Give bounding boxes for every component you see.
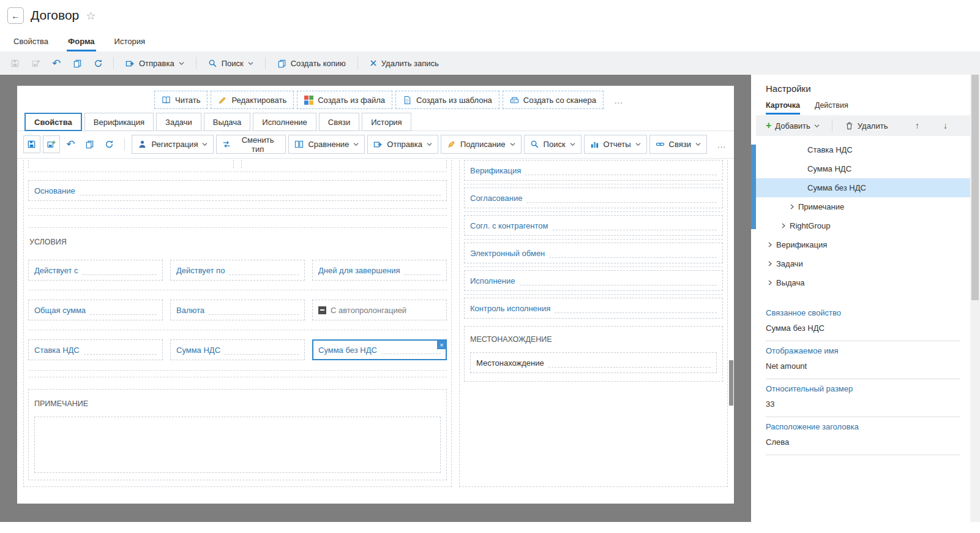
card-tab-issuance[interactable]: Выдача [204,113,251,131]
tab-history[interactable]: История [113,37,146,51]
card-tab-verification[interactable]: Верификация [84,113,154,131]
doc-action-create-from-file[interactable]: Создать из файла [297,91,392,109]
tree-item-label: Ставка НДС [807,145,853,154]
card-copy-button[interactable] [81,135,99,153]
field-net-amount-selected[interactable]: Сумма без НДС × [312,339,447,360]
prop-label: Расположение заголовка [766,422,960,431]
clipped-field[interactable] [241,160,447,168]
btn-change-type[interactable]: Сменить тип [216,135,286,154]
tab-properties[interactable]: Свойства [12,37,50,51]
move-down-button[interactable]: ↓ [938,121,952,130]
card-tab-history[interactable]: История [362,113,411,131]
grid-separator [28,330,447,330]
btn-send[interactable]: Отправка [367,135,438,154]
field-vat-rate[interactable]: Ставка НДС [28,339,163,360]
create-copy-button[interactable]: Создать копию [271,54,352,72]
toolbar-separator [265,57,266,69]
grid-separator [28,377,447,377]
card-refresh-button[interactable] [101,135,118,153]
doc-action-read[interactable]: Читать [154,91,208,109]
tree-item-issuance[interactable]: Выдача [756,273,970,292]
card-tab-tasks[interactable]: Задачи [156,113,201,131]
add-label: Добавить [775,121,810,130]
field-autoprolongation[interactable]: С автопролонгацией [312,300,447,320]
card-scrollbar-thumb[interactable] [729,360,733,406]
card-toolbar-more-button[interactable]: … [709,139,734,149]
btn-signing[interactable]: Подписание [441,135,522,154]
tree-item-net-amount[interactable]: Сумма без НДС [756,178,970,197]
prop-value[interactable]: Слева [766,437,960,447]
undo-button[interactable]: ↶ [47,54,66,72]
search-dropdown-button[interactable]: Поиск [202,54,260,72]
reorder-arrows: ↑ ↓ [910,121,952,130]
refresh-button[interactable] [88,54,108,72]
chevron-right-icon [782,223,785,229]
doc-action-create-from-template[interactable]: Создать из шаблона [395,91,499,109]
field-verification[interactable]: Верификация [464,160,723,181]
field-electronic-exchange[interactable]: Электронный обмен [464,243,723,263]
field-valid-from[interactable]: Действует с [28,260,163,281]
field-counterparty-approval[interactable]: Согл. с контрагентом [464,215,723,236]
delete-record-label: Удалить запись [381,59,439,68]
doc-action-create-from-scanner[interactable]: Создать со сканера [503,91,604,109]
field-total-amount[interactable]: Общая сумма [28,300,163,320]
move-up-button[interactable]: ↑ [910,121,924,130]
back-button[interactable]: ← [7,7,24,24]
trash-icon [845,121,854,130]
page-scrollbar-thumb[interactable] [971,75,979,300]
copy-button[interactable] [67,54,87,72]
save-and-add-button[interactable] [26,54,45,72]
tab-form[interactable]: Форма [67,37,95,51]
field-execution-control[interactable]: Контроль исполнения [464,298,723,319]
field-osnovanie[interactable]: Основание [28,180,447,201]
prop-value[interactable]: Сумма без НДС [766,323,960,333]
btn-compare[interactable]: Сравнение [288,135,365,154]
tree-item-label: Сумма НДС [807,164,851,173]
card-undo-button[interactable]: ↶ [62,135,80,153]
clipped-field[interactable] [28,160,234,168]
btn-registration[interactable]: Регистрация [132,135,214,154]
field-days-to-complete[interactable]: Дней для завершения [312,260,447,281]
card-save-button[interactable] [23,135,40,153]
field-vat-amount[interactable]: Сумма НДС [170,339,305,360]
delete-record-button[interactable]: Удалить запись [364,54,445,72]
btn-search[interactable]: Поиск [524,135,582,154]
prop-value[interactable]: Net amount [766,361,960,371]
btn-links[interactable]: Связи [649,135,707,154]
settings-tab-actions[interactable]: Действия [815,101,848,115]
delete-element-button[interactable]: Удалить [840,117,892,134]
note-textarea[interactable] [34,417,441,473]
doc-action-edit[interactable]: Редактировать [211,91,294,109]
field-label: Сумма без НДС [318,346,377,355]
send-dropdown-button[interactable]: Отправка [119,54,190,72]
group-title: УСЛОВИЯ [29,238,446,246]
checkbox-indeterminate-icon[interactable] [318,306,326,314]
settings-tab-card[interactable]: Карточка [766,101,800,115]
field-location[interactable]: Местонахождение [470,352,717,373]
prop-value[interactable]: 33 [766,399,960,409]
doc-actions-more-button[interactable]: … [607,95,631,105]
save-button[interactable] [5,54,24,72]
card-tab-links[interactable]: Связи [319,113,359,131]
chevron-down-icon [248,62,253,65]
favorite-star-icon[interactable]: ☆ [86,10,95,21]
field-currency[interactable]: Валюта [170,300,305,320]
tree-item-rightgroup[interactable]: RightGroup [756,216,970,235]
tree-item-tasks[interactable]: Задачи [756,254,970,273]
add-element-button[interactable]: + Добавить [761,117,824,134]
tree-item-verification[interactable]: Верификация [756,235,970,254]
tree-item-note[interactable]: Примечание [756,197,970,216]
designer-scrollbar-thumb[interactable] [751,145,756,229]
tree-item-vat-rate[interactable]: Ставка НДС [756,140,970,159]
card-save-and-add-button[interactable] [43,135,60,153]
field-execution[interactable]: Исполнение [464,270,723,291]
group-title: ПРИМЕЧАНИЕ [34,399,441,408]
grid-separator [28,208,447,209]
field-approval[interactable]: Согласование [464,187,723,208]
card-tab-execution[interactable]: Исполнение [253,113,316,131]
field-valid-to[interactable]: Действует по [170,260,305,281]
remove-field-button[interactable]: × [437,340,446,349]
btn-reports[interactable]: Отчеты [584,135,647,154]
tree-item-vat-amount[interactable]: Сумма НДС [756,159,970,178]
card-tab-properties[interactable]: Свойства [24,113,82,131]
